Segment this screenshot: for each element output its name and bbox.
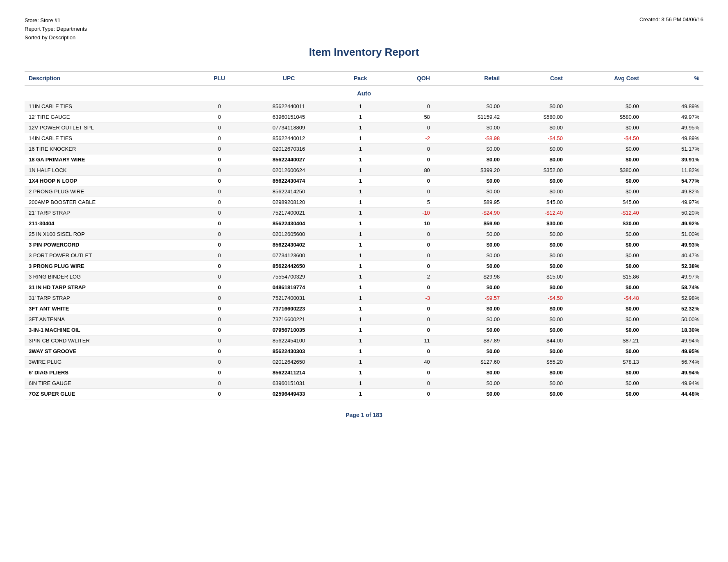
cell-pct: 49.94% <box>643 378 703 389</box>
cell-plu: 0 <box>197 346 242 357</box>
cell-pack: 1 <box>336 186 385 197</box>
cell-avg-cost: -$4.50 <box>567 133 643 144</box>
table-row: 18 GA PRIMARY WIRE08562244002710$0.00$0.… <box>25 154 703 165</box>
table-row: 12V POWER OUTLET SPL00773411880910$0.00$… <box>25 122 703 133</box>
table-row: 3 RING BINDER LOG07555470032912$29.98$15… <box>25 272 703 282</box>
cell-avg-cost: $45.00 <box>567 197 643 208</box>
cell-retail: $0.00 <box>434 186 504 197</box>
cell-upc: 85622430404 <box>242 218 335 229</box>
cell-plu: 0 <box>197 208 242 218</box>
cell-qoh: 5 <box>385 197 434 208</box>
cell-qoh: 0 <box>385 314 434 325</box>
cell-upc: 75554700329 <box>242 272 335 282</box>
pagination-footer: Page 1 of 183 <box>25 412 703 418</box>
table-row: 6' DIAG PLIERS08562241121410$0.00$0.00$0… <box>25 367 703 378</box>
cell-cost: $55.20 <box>504 357 567 367</box>
cell-retail: $0.00 <box>434 250 504 261</box>
table-row: 3FT ANTENNA07371660022110$0.00$0.00$0.00… <box>25 314 703 325</box>
cell-avg-cost: $380.00 <box>567 165 643 176</box>
cell-pack: 1 <box>336 335 385 346</box>
cell-cost: $0.00 <box>504 250 567 261</box>
cell-pack: 1 <box>336 122 385 133</box>
cell-avg-cost: $0.00 <box>567 304 643 314</box>
cell-plu: 0 <box>197 314 242 325</box>
cell-cost: $30.00 <box>504 218 567 229</box>
cell-pack: 1 <box>336 389 385 399</box>
cell-description: 1X4 HOOP N LOOP <box>25 176 197 186</box>
cell-description: 14IN CABLE TIES <box>25 133 197 144</box>
cell-qoh: 0 <box>385 367 434 378</box>
cell-pack: 1 <box>336 261 385 272</box>
col-pack: Pack <box>336 71 385 85</box>
col-description: Description <box>25 71 197 85</box>
cell-description: 21' TARP STRAP <box>25 208 197 218</box>
cell-upc: 85622440011 <box>242 101 335 112</box>
col-qoh: QOH <box>385 71 434 85</box>
cell-cost: $0.00 <box>504 176 567 186</box>
table-row: 200AMP BOOSTER CABLE00298920812015$89.95… <box>25 197 703 208</box>
cell-pct: 49.95% <box>643 346 703 357</box>
cell-retail: $0.00 <box>434 346 504 357</box>
cell-pct: 49.89% <box>643 133 703 144</box>
cell-retail: -$24.90 <box>434 208 504 218</box>
cell-qoh: 0 <box>385 378 434 389</box>
cell-avg-cost: -$12.40 <box>567 208 643 218</box>
cell-upc: 02012642650 <box>242 357 335 367</box>
cell-upc: 85622411214 <box>242 367 335 378</box>
cell-pack: 1 <box>336 165 385 176</box>
table-row: 11IN CABLE TIES08562244001110$0.00$0.00$… <box>25 101 703 112</box>
section-header-row: Auto <box>25 85 703 101</box>
cell-description: 1N HALF LOCK <box>25 165 197 176</box>
cell-retail: $399.20 <box>434 165 504 176</box>
cell-upc: 85622414250 <box>242 186 335 197</box>
cell-avg-cost: $0.00 <box>567 367 643 378</box>
cell-cost: $15.00 <box>504 272 567 282</box>
cell-plu: 0 <box>197 197 242 208</box>
table-row: 3WAY ST GROOVE08562243030310$0.00$0.00$0… <box>25 346 703 357</box>
table-row: 6IN TIRE GAUGE06396015103110$0.00$0.00$0… <box>25 378 703 389</box>
table-row: 16 TIRE KNOCKER00201267031610$0.00$0.00$… <box>25 144 703 154</box>
cell-pct: 49.94% <box>643 335 703 346</box>
cell-description: 2 PRONG PLUG WIRE <box>25 186 197 197</box>
table-body: Auto11IN CABLE TIES08562244001110$0.00$0… <box>25 85 703 399</box>
cell-cost: $0.00 <box>504 122 567 133</box>
cell-pct: 11.82% <box>643 165 703 176</box>
cell-retail: $0.00 <box>434 282 504 293</box>
cell-qoh: 0 <box>385 240 434 250</box>
cell-plu: 0 <box>197 122 242 133</box>
cell-plu: 0 <box>197 325 242 335</box>
cell-description: 3WIRE PLUG <box>25 357 197 367</box>
col-plu: PLU <box>197 71 242 85</box>
cell-avg-cost: $87.21 <box>567 335 643 346</box>
cell-plu: 0 <box>197 357 242 367</box>
cell-avg-cost: $0.00 <box>567 378 643 389</box>
cell-pct: 49.94% <box>643 367 703 378</box>
cell-description: 3 PORT POWER OUTLET <box>25 250 197 261</box>
cell-avg-cost: $0.00 <box>567 154 643 165</box>
cell-qoh: 0 <box>385 261 434 272</box>
cell-avg-cost: $0.00 <box>567 325 643 335</box>
cell-pct: 40.47% <box>643 250 703 261</box>
cell-pct: 52.32% <box>643 304 703 314</box>
table-row: 3 PORT POWER OUTLET00773412360010$0.00$0… <box>25 250 703 261</box>
cell-pack: 1 <box>336 229 385 240</box>
cell-description: 25 IN X100 SISEL ROP <box>25 229 197 240</box>
cell-retail: $0.00 <box>434 304 504 314</box>
cell-cost: -$12.40 <box>504 208 567 218</box>
cell-qoh: 0 <box>385 144 434 154</box>
cell-retail: $0.00 <box>434 240 504 250</box>
cell-cost: $0.00 <box>504 325 567 335</box>
cell-retail: -$8.98 <box>434 133 504 144</box>
cell-plu: 0 <box>197 272 242 282</box>
cell-plu: 0 <box>197 282 242 293</box>
cell-description: 3 PRONG PLUG WIRE <box>25 261 197 272</box>
cell-pct: 52.38% <box>643 261 703 272</box>
cell-avg-cost: $0.00 <box>567 186 643 197</box>
cell-description: 7OZ SUPER GLUE <box>25 389 197 399</box>
cell-plu: 0 <box>197 293 242 304</box>
cell-upc: 02012600624 <box>242 165 335 176</box>
cell-pct: 56.74% <box>643 357 703 367</box>
inventory-table: Description PLU UPC Pack QOH Retail Cost… <box>25 71 703 399</box>
cell-avg-cost: $0.00 <box>567 144 643 154</box>
cell-upc: 07956710035 <box>242 325 335 335</box>
